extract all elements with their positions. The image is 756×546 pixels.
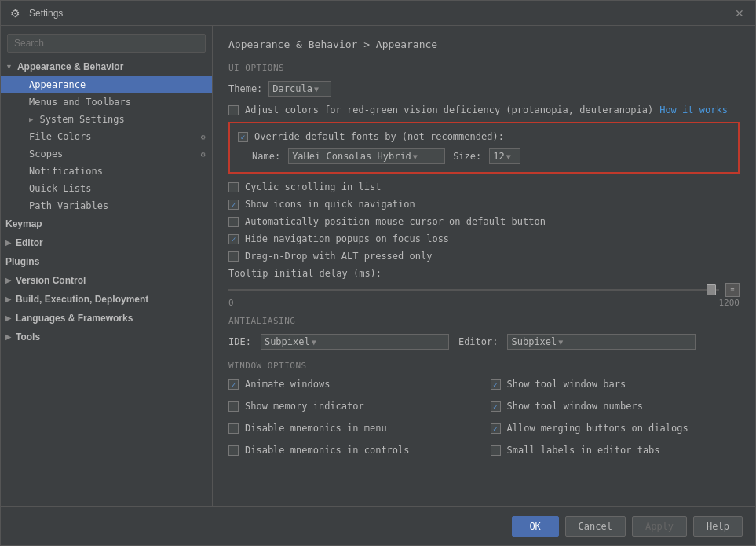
sidebar-label-keymap: Keymap xyxy=(5,218,42,229)
tooltip-slider-row: Tooltip initial delay (ms): ≡ 0 1200 xyxy=(228,268,740,308)
help-button[interactable]: Help xyxy=(693,516,743,537)
sidebar-item-path-variables[interactable]: Path Variables xyxy=(1,197,212,214)
sidebar-item-keymap[interactable]: Keymap xyxy=(1,214,212,233)
slider-values: 0 1200 xyxy=(228,298,740,308)
disable-mnemonics-menu-checkbox[interactable] xyxy=(228,423,239,434)
sidebar-label-tools: Tools xyxy=(16,332,40,343)
adjust-colors-label: Adjust colors for red-green vision defic… xyxy=(245,104,653,115)
sidebar-item-system-settings[interactable]: ▶ System Settings xyxy=(1,111,212,128)
font-size-value: 12 xyxy=(493,151,504,162)
sidebar-item-appearance[interactable]: Appearance xyxy=(1,76,212,93)
allow-merging-buttons-row: Allow merging buttons on dialogs xyxy=(491,423,740,434)
cyclic-scroll-label: Cyclic scrolling in list xyxy=(245,181,381,192)
system-settings-arrow-icon: ▶ xyxy=(29,115,33,123)
ui-options-label: UI Options xyxy=(228,63,740,73)
slider-max: 1200 xyxy=(719,298,740,308)
drag-drop-checkbox[interactable] xyxy=(228,251,239,262)
animate-windows-row: Animate windows xyxy=(228,379,478,390)
override-fonts-label: Override default fonts by (not recommend… xyxy=(254,131,504,142)
sidebar-label-notifications: Notifications xyxy=(29,166,103,177)
sidebar-item-appearance-behavior[interactable]: ▼ Appearance & Behavior xyxy=(1,57,212,76)
settings-window: ⚙ Settings ✕ ▼ Appearance & Behavior App… xyxy=(0,0,756,546)
show-memory-checkbox[interactable] xyxy=(228,401,239,412)
font-options-row: Name: YaHei Consolas Hybrid ▼ Size: 12 ▼ xyxy=(238,148,730,164)
sidebar-label-version-control: Version Control xyxy=(16,275,86,286)
sidebar-item-version-control[interactable]: ▶ Version Control xyxy=(1,271,212,290)
sidebar-item-menus-toolbars[interactable]: Menus and Toolbars xyxy=(1,93,212,111)
sidebar-label-plugins: Plugins xyxy=(5,256,39,267)
sidebar-label-build-execution: Build, Execution, Deployment xyxy=(16,294,148,305)
slider-icon[interactable]: ≡ xyxy=(725,283,740,297)
sidebar-item-languages-frameworks[interactable]: ▶ Languages & Frameworks xyxy=(1,309,212,328)
breadcrumb: Appearance & Behavior > Appearance xyxy=(228,38,740,50)
theme-label: Theme: xyxy=(228,83,262,94)
disable-mnemonics-controls-checkbox[interactable] xyxy=(228,445,239,456)
sidebar-item-editor[interactable]: ▶ Editor xyxy=(1,233,212,252)
ide-antialiasing-dropdown[interactable]: Subpixel ▼ xyxy=(261,334,449,350)
font-name-dropdown[interactable]: YaHei Consolas Hybrid ▼ xyxy=(288,148,445,164)
title-bar-left: ⚙ Settings xyxy=(10,7,63,20)
sidebar-label-quick-lists: Quick Lists xyxy=(29,183,91,194)
expand-arrow-icon: ▼ xyxy=(5,63,13,71)
theme-value: Darcula xyxy=(272,83,312,94)
build-arrow-icon: ▶ xyxy=(5,295,11,303)
cyclic-scroll-checkbox[interactable] xyxy=(228,182,239,192)
sidebar-label-languages-frameworks: Languages & Frameworks xyxy=(16,313,133,324)
sidebar-item-plugins[interactable]: Plugins xyxy=(1,252,212,271)
main-content: ▼ Appearance & Behavior Appearance Menus… xyxy=(1,26,755,506)
small-labels-checkbox[interactable] xyxy=(491,445,501,456)
slider-min: 0 xyxy=(228,298,234,308)
sidebar-item-tools[interactable]: ▶ Tools xyxy=(1,328,212,346)
show-tool-window-numbers-checkbox[interactable] xyxy=(491,401,501,412)
search-input[interactable] xyxy=(7,34,206,53)
lang-arrow-icon: ▶ xyxy=(5,314,11,322)
small-labels-row: Small labels in editor tabs xyxy=(491,445,740,456)
override-fonts-checkbox[interactable] xyxy=(238,132,248,142)
show-tool-window-bars-label: Show tool window bars xyxy=(507,379,626,390)
adjust-colors-checkbox[interactable] xyxy=(228,105,239,115)
editor-label: Editor: xyxy=(458,336,499,347)
animate-windows-checkbox[interactable] xyxy=(228,379,239,390)
apply-button[interactable]: Apply xyxy=(632,516,687,537)
font-size-arrow: ▼ xyxy=(506,152,511,161)
editor-antialiasing-dropdown[interactable]: Subpixel ▼ xyxy=(507,334,696,350)
hide-nav-label: Hide navigation popups on focus loss xyxy=(245,233,449,244)
disable-mnemonics-menu-label: Disable mnemonics in menu xyxy=(245,423,387,434)
sidebar-item-build-execution[interactable]: ▶ Build, Execution, Deployment xyxy=(1,290,212,309)
font-size-dropdown[interactable]: 12 ▼ xyxy=(489,148,520,164)
sidebar-label-path-variables: Path Variables xyxy=(29,200,108,211)
hide-nav-checkbox[interactable] xyxy=(228,234,239,244)
sidebar-label-file-colors: File Colors xyxy=(29,131,91,142)
sidebar-item-quick-lists[interactable]: Quick Lists xyxy=(1,180,212,197)
override-fonts-row: Override default fonts by (not recommend… xyxy=(238,131,730,142)
allow-merging-buttons-label: Allow merging buttons on dialogs xyxy=(507,423,688,434)
auto-mouse-checkbox[interactable] xyxy=(228,217,239,227)
editor-antialiasing-value: Subpixel xyxy=(511,336,557,347)
font-name-arrow: ▼ xyxy=(413,152,418,161)
bottom-bar: OK Cancel Apply Help xyxy=(1,506,755,545)
slider-track-container xyxy=(228,282,719,298)
ok-button[interactable]: OK xyxy=(512,516,559,537)
hide-nav-row: Hide navigation popups on focus loss xyxy=(228,233,740,244)
sidebar-item-scopes[interactable]: Scopes ⚙ xyxy=(1,145,212,163)
disable-mnemonics-controls-label: Disable mnemonics in controls xyxy=(245,445,410,456)
auto-mouse-row: Automatically position mouse cursor on d… xyxy=(228,216,740,227)
sidebar-item-file-colors[interactable]: File Colors ⚙ xyxy=(1,128,212,145)
how-it-works-link[interactable]: How it works xyxy=(659,104,728,115)
theme-dropdown[interactable]: Darcula ▼ xyxy=(268,81,331,97)
show-memory-label: Show memory indicator xyxy=(245,401,364,412)
disable-mnemonics-controls-row: Disable mnemonics in controls xyxy=(228,445,478,456)
override-fonts-section: Override default fonts by (not recommend… xyxy=(228,122,740,174)
sidebar-label-scopes: Scopes xyxy=(29,148,63,159)
cancel-button[interactable]: Cancel xyxy=(565,516,626,537)
allow-merging-buttons-checkbox[interactable] xyxy=(491,423,501,434)
sidebar: ▼ Appearance & Behavior Appearance Menus… xyxy=(1,26,213,506)
antialiasing-row: IDE: Subpixel ▼ Editor: Subpixel ▼ xyxy=(228,334,740,350)
close-button[interactable]: ✕ xyxy=(733,7,746,20)
show-tool-window-bars-checkbox[interactable] xyxy=(491,379,501,390)
slider-container: Tooltip initial delay (ms): xyxy=(228,268,740,279)
drag-drop-label: Drag-n-Drop with ALT pressed only xyxy=(245,251,432,262)
sidebar-item-notifications[interactable]: Notifications xyxy=(1,163,212,180)
slider-handle[interactable] xyxy=(707,284,716,295)
show-icons-checkbox[interactable] xyxy=(228,200,239,210)
